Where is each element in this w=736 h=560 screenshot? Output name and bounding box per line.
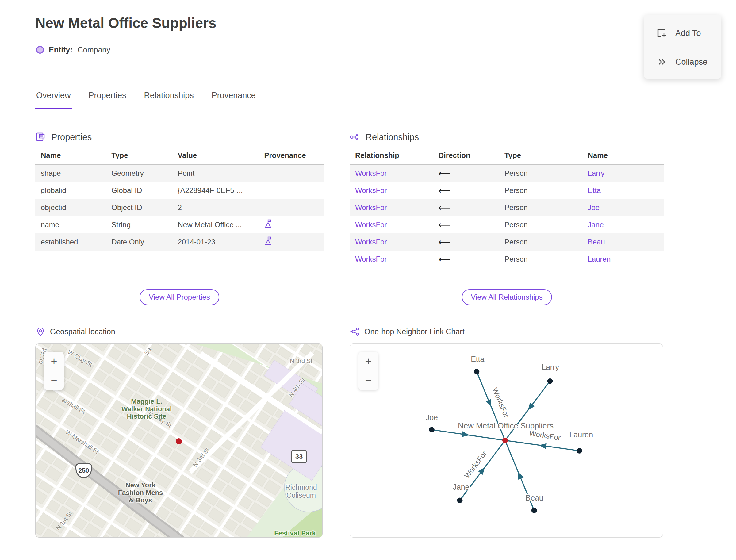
tab[interactable]: Properties (89, 91, 126, 102)
relationship-row: WorksFor ⟵ Person Larry (350, 165, 664, 182)
property-value: 2 (172, 203, 259, 212)
property-type: String (106, 221, 172, 229)
related-entity-link[interactable]: Joe (582, 203, 664, 212)
relationships-table-header: Relationship Direction Type Name (350, 147, 664, 165)
entity-badge: Entity: Company (36, 45, 110, 54)
link-chart-section-header: One-hop Neighbor Link Chart (350, 327, 465, 336)
entity-type-icon (36, 46, 44, 54)
related-entity-link[interactable]: Larry (582, 169, 664, 178)
properties-table-header: Name Type Value Provenance (35, 147, 324, 165)
property-value: New Metal Office ... (172, 221, 259, 229)
collapse-button[interactable]: Collapse (656, 56, 721, 67)
relationship-type-link[interactable]: WorksFor (350, 221, 433, 229)
property-value: 2014-01-23 (172, 238, 259, 246)
relationships-section-header: Relationships (350, 132, 419, 142)
property-row: shape Geometry Point (35, 165, 324, 182)
property-name: shape (35, 169, 106, 178)
relationship-type-link[interactable]: WorksFor (350, 203, 433, 212)
property-row: established Date Only 2014-01-23 (35, 233, 324, 251)
add-to-button[interactable]: Add To (656, 28, 721, 39)
one-hop-link-chart[interactable]: WorksForWorksForWorksForEttaLarryJoeLaur… (350, 343, 663, 538)
property-row: objectid Object ID 2 (35, 199, 324, 216)
related-entity-type: Person (499, 221, 582, 229)
chart-edge-arrow (526, 403, 535, 412)
relationship-type-link[interactable]: WorksFor (350, 238, 433, 246)
geospatial-section-title: Geospatial location (50, 327, 115, 336)
geospatial-map[interactable]: ok RdW Clay StSaarshall StE Clay StW Mar… (35, 343, 323, 538)
property-row: name String New Metal Office ... (35, 216, 324, 233)
view-all-properties-button[interactable]: View All Properties (140, 289, 219, 305)
property-name: objectid (35, 203, 106, 212)
relationship-direction-arrow: ⟵ (433, 220, 499, 230)
chart-node[interactable] (474, 369, 479, 374)
tab-bar: OverviewPropertiesRelationshipsProvenanc… (36, 91, 256, 102)
related-entity-link[interactable]: Beau (582, 238, 664, 246)
properties-table: Name Type Value Provenance shape Geometr… (35, 147, 324, 251)
geospatial-section-header: Geospatial location (36, 327, 115, 336)
property-value: Point (172, 169, 259, 178)
map-zoom-in-button[interactable]: + (44, 352, 64, 371)
chart-node[interactable] (577, 448, 582, 454)
chart-node[interactable] (531, 508, 537, 513)
add-to-label: Add To (675, 29, 701, 38)
chart-center-node[interactable] (502, 438, 508, 443)
related-entity-type: Person (499, 203, 582, 212)
property-type: Object ID (106, 203, 172, 212)
property-row: globalid Global ID {A228944F-0EF5-... (35, 182, 324, 199)
tab[interactable]: Relationships (144, 91, 194, 102)
properties-icon (35, 132, 46, 142)
relationships-table: Relationship Direction Type Name WorksFo… (350, 147, 664, 268)
map-zoom-control: + − (44, 352, 64, 390)
chart-node-label: Lauren (569, 430, 593, 439)
chart-node[interactable] (547, 378, 553, 384)
collapse-chevrons-icon (656, 56, 667, 67)
property-type: Date Only (106, 238, 172, 246)
link-chart-canvas[interactable]: WorksForWorksForWorksForEttaLarryJoeLaur… (350, 344, 663, 537)
collapse-label: Collapse (675, 57, 707, 67)
chart-node-label: Etta (471, 355, 484, 363)
related-entity-link[interactable]: Jane (582, 221, 664, 229)
relationship-type-link[interactable]: WorksFor (350, 255, 433, 263)
map-pin-icon (36, 327, 45, 336)
tab[interactable]: Provenance (212, 91, 256, 102)
related-entity-type: Person (499, 186, 582, 195)
link-chart-icon (350, 327, 359, 336)
related-entity-link[interactable]: Lauren (582, 255, 664, 263)
relationship-row: WorksFor ⟵ Person Lauren (350, 251, 664, 268)
provenance-flag-icon[interactable] (264, 236, 273, 247)
relationship-direction-arrow: ⟵ (433, 254, 499, 264)
chart-zoom-in-button[interactable]: + (358, 352, 378, 371)
related-entity-type: Person (499, 169, 582, 178)
related-entity-type: Person (499, 238, 582, 246)
map-zoom-out-button[interactable]: − (44, 371, 64, 390)
related-entity-type: Person (499, 255, 582, 263)
property-value: {A228944F-0EF5-... (172, 186, 259, 195)
relationship-direction-arrow: ⟵ (433, 168, 499, 178)
entity-detail-page: New Metal Office Suppliers Entity: Compa… (0, 0, 736, 560)
chart-edge-label: WorksFor (463, 449, 489, 480)
entity-actions-panel: Add To Collapse (644, 15, 721, 79)
relationships-icon (350, 132, 360, 142)
chart-edge-arrow (478, 466, 487, 475)
view-all-relationships-button[interactable]: View All Relationships (462, 289, 552, 305)
chart-edge-arrow (516, 471, 524, 480)
provenance-flag-icon[interactable] (264, 219, 273, 229)
properties-section-title: Properties (51, 132, 92, 142)
chart-node[interactable] (457, 497, 463, 503)
chart-zoom-out-button[interactable]: − (358, 371, 378, 390)
chart-node-label: Larry (542, 363, 559, 371)
relationship-type-link[interactable]: WorksFor (350, 169, 433, 178)
link-chart-section-title: One-hop Neighbor Link Chart (364, 327, 465, 336)
chart-node[interactable] (429, 427, 435, 432)
relationship-row: WorksFor ⟵ Person Jane (350, 216, 664, 233)
entity-label: Entity: (49, 45, 73, 54)
add-to-icon (656, 28, 667, 39)
property-name: name (35, 221, 106, 229)
relationship-row: WorksFor ⟵ Person Beau (350, 233, 664, 251)
chart-node-label: Jane (453, 483, 469, 491)
relationships-section-title: Relationships (366, 132, 419, 142)
relationship-type-link[interactable]: WorksFor (350, 186, 433, 195)
related-entity-link[interactable]: Etta (582, 186, 664, 195)
property-name: globalid (35, 186, 106, 195)
tab[interactable]: Overview (36, 91, 71, 102)
